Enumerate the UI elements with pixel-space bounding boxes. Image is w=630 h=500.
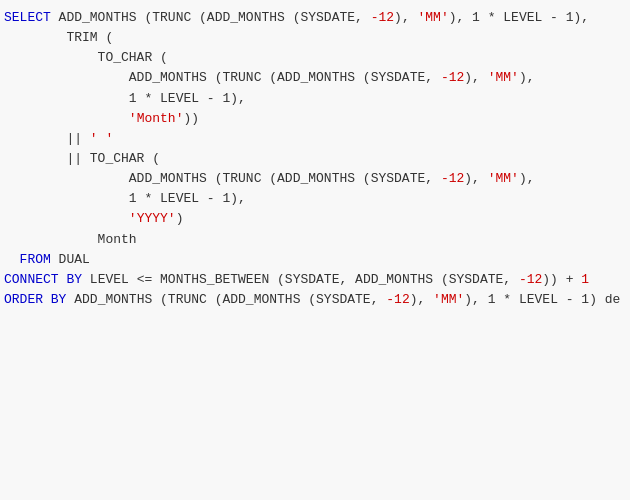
code-line: CONNECT BY LEVEL <= MONTHS_BETWEEN (SYSD… [4, 270, 626, 290]
code-line: 'YYYY') [4, 209, 626, 229]
code-token: ORDER BY [4, 292, 66, 307]
code-token: -12 [441, 171, 464, 186]
code-token: 'MM' [417, 10, 448, 25]
code-token: ), 1 * LEVEL - 1), [449, 10, 589, 25]
code-token: DUAL [51, 252, 90, 267]
code-token: )) + [542, 272, 581, 287]
code-token: -12 [371, 10, 394, 25]
code-line: 1 * LEVEL - 1), [4, 89, 626, 109]
code-token: ADD_MONTHS (TRUNC (ADD_MONTHS (SYSDATE, [66, 292, 386, 307]
code-token: -12 [519, 272, 542, 287]
code-token: || [4, 131, 90, 146]
code-token: -12 [441, 70, 464, 85]
code-token: 'YYYY' [129, 211, 176, 226]
code-line: TRIM ( [4, 28, 626, 48]
code-token: ) [176, 211, 184, 226]
code-token [4, 111, 129, 126]
code-token: || TO_CHAR ( [4, 151, 160, 166]
code-line: Month [4, 230, 626, 250]
code-token [4, 211, 129, 226]
code-token: ), [519, 171, 535, 186]
code-token: CONNECT [4, 272, 59, 287]
code-token: 'MM' [488, 171, 519, 186]
code-token: ), [464, 171, 487, 186]
code-token: ADD_MONTHS (TRUNC (ADD_MONTHS (SYSDATE, [4, 171, 441, 186]
code-line: ORDER BY ADD_MONTHS (TRUNC (ADD_MONTHS (… [4, 290, 626, 310]
code-token: TRIM ( [4, 30, 113, 45]
code-line: ADD_MONTHS (TRUNC (ADD_MONTHS (SYSDATE, … [4, 169, 626, 189]
code-token: BY [66, 272, 82, 287]
code-token: 1 * LEVEL - 1), [4, 91, 246, 106]
code-line: 1 * LEVEL - 1), [4, 189, 626, 209]
code-token: FROM [4, 252, 51, 267]
code-line: TO_CHAR ( [4, 48, 626, 68]
code-line: || TO_CHAR ( [4, 149, 626, 169]
code-token: ), [394, 10, 417, 25]
code-block: SELECT ADD_MONTHS (TRUNC (ADD_MONTHS (SY… [0, 0, 630, 500]
code-line: 'Month')) [4, 109, 626, 129]
code-token: ' ' [90, 131, 113, 146]
code-line: || ' ' [4, 129, 626, 149]
code-token: ), 1 * LEVEL - 1) de [464, 292, 620, 307]
code-token: -12 [386, 292, 409, 307]
code-token: LEVEL <= MONTHS_BETWEEN (SYSDATE, ADD_MO… [82, 272, 519, 287]
code-token: ), [410, 292, 433, 307]
code-token: Month [4, 232, 137, 247]
code-token: ADD_MONTHS (TRUNC (ADD_MONTHS (SYSDATE, [51, 10, 371, 25]
code-token: 'Month' [129, 111, 184, 126]
code-token: ), [464, 70, 487, 85]
code-token: )) [183, 111, 199, 126]
code-token: 1 * LEVEL - 1), [4, 191, 246, 206]
code-token: ADD_MONTHS (TRUNC (ADD_MONTHS (SYSDATE, [4, 70, 441, 85]
code-line: SELECT ADD_MONTHS (TRUNC (ADD_MONTHS (SY… [4, 8, 626, 28]
code-token: 'MM' [488, 70, 519, 85]
code-token: 'MM' [433, 292, 464, 307]
code-token: TO_CHAR ( [4, 50, 168, 65]
code-line: ADD_MONTHS (TRUNC (ADD_MONTHS (SYSDATE, … [4, 68, 626, 88]
code-line: FROM DUAL [4, 250, 626, 270]
code-token: ), [519, 70, 535, 85]
code-token: SELECT [4, 10, 51, 25]
code-token: 1 [581, 272, 589, 287]
